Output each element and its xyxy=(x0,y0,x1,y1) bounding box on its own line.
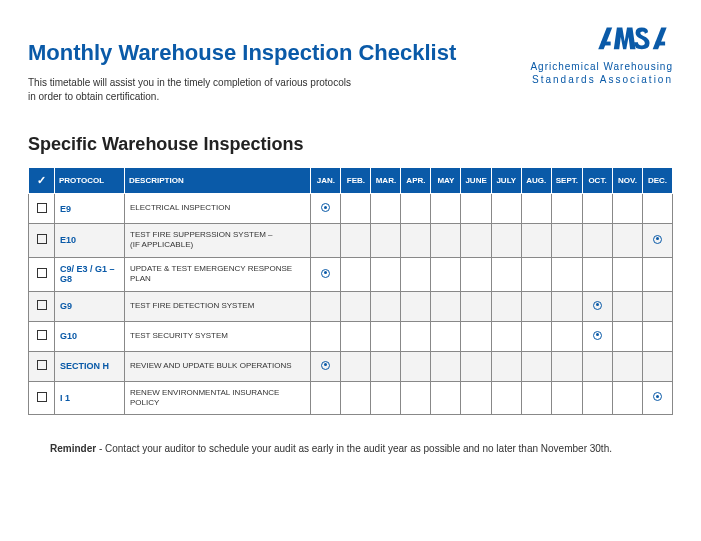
month-cell xyxy=(521,381,551,415)
month-cell xyxy=(311,291,341,321)
month-cell xyxy=(643,321,673,351)
month-cell xyxy=(613,321,643,351)
col-month-nov: NOV. xyxy=(613,168,643,194)
checkbox-icon[interactable] xyxy=(37,234,47,244)
col-month-apr: APR. xyxy=(401,168,431,194)
month-cell xyxy=(613,224,643,258)
month-cell xyxy=(491,257,521,291)
month-cell xyxy=(431,257,461,291)
month-cell xyxy=(371,257,401,291)
month-cell xyxy=(551,257,582,291)
schedule-marker-icon xyxy=(321,361,330,370)
month-cell xyxy=(401,224,431,258)
protocol-cell: E9 xyxy=(55,194,125,224)
description-cell: TEST FIRE SUPPERSSION SYSTEM – (IF APPLI… xyxy=(125,224,311,258)
col-check xyxy=(29,168,55,194)
month-cell xyxy=(491,194,521,224)
section-title: Specific Warehouse Inspections xyxy=(28,134,673,155)
col-month-feb: FEB. xyxy=(341,168,371,194)
month-cell xyxy=(371,381,401,415)
month-cell xyxy=(643,194,673,224)
month-cell xyxy=(311,257,341,291)
month-cell xyxy=(521,257,551,291)
description-cell: ELECTRICAL INSPECTION xyxy=(125,194,311,224)
awsa-logo-icon xyxy=(595,26,673,54)
checkbox-icon[interactable] xyxy=(37,268,47,278)
month-cell xyxy=(551,381,582,415)
month-cell xyxy=(583,381,613,415)
month-cell xyxy=(431,381,461,415)
month-cell xyxy=(341,291,371,321)
subtitle-line-2: in order to obtain certification. xyxy=(28,91,159,102)
logo-line-1: Agrichemical Warehousing xyxy=(530,60,673,73)
month-cell xyxy=(551,321,582,351)
month-cell xyxy=(583,224,613,258)
col-description: DESCRIPTION xyxy=(125,168,311,194)
reminder-text: - Contact your auditor to schedule your … xyxy=(96,443,612,454)
table-row: C9/ E3 / G1 –G8UPDATE & TEST EMERGENCY R… xyxy=(29,257,673,291)
month-cell xyxy=(613,257,643,291)
col-month-july: JULY xyxy=(491,168,521,194)
col-month-june: JUNE xyxy=(461,168,491,194)
logo-block: Agrichemical Warehousing Standards Assoc… xyxy=(530,26,673,86)
table-row: G9TEST FIRE DETECTION SYSTEM xyxy=(29,291,673,321)
col-month-aug: AUG. xyxy=(521,168,551,194)
checkbox-icon[interactable] xyxy=(37,392,47,402)
month-cell xyxy=(371,351,401,381)
checkbox-cell[interactable] xyxy=(29,194,55,224)
month-cell xyxy=(613,381,643,415)
checkbox-icon[interactable] xyxy=(37,330,47,340)
month-cell xyxy=(461,321,491,351)
month-cell xyxy=(551,351,582,381)
month-cell xyxy=(311,351,341,381)
checkbox-cell[interactable] xyxy=(29,257,55,291)
col-month-jan: JAN. xyxy=(311,168,341,194)
month-cell xyxy=(583,351,613,381)
month-cell xyxy=(613,351,643,381)
protocol-cell: G10 xyxy=(55,321,125,351)
checkbox-cell[interactable] xyxy=(29,224,55,258)
checkbox-cell[interactable] xyxy=(29,291,55,321)
month-cell xyxy=(643,291,673,321)
checkbox-icon[interactable] xyxy=(37,360,47,370)
checkbox-cell[interactable] xyxy=(29,381,55,415)
month-cell xyxy=(551,194,582,224)
month-cell xyxy=(461,224,491,258)
reminder-label: Reminder xyxy=(50,443,96,454)
month-cell xyxy=(311,381,341,415)
col-protocol: PROTOCOL xyxy=(55,168,125,194)
month-cell xyxy=(643,224,673,258)
table-row: I 1RENEW ENVIRONMENTAL INSURANCE POLICY xyxy=(29,381,673,415)
description-cell: UPDATE & TEST EMERGENCY RESPONSE PLAN xyxy=(125,257,311,291)
col-month-sept: SEPT. xyxy=(551,168,582,194)
checkbox-cell[interactable] xyxy=(29,351,55,381)
reminder-note: Reminder - Contact your auditor to sched… xyxy=(28,443,673,454)
month-cell xyxy=(431,291,461,321)
month-cell xyxy=(371,291,401,321)
month-cell xyxy=(491,291,521,321)
month-cell xyxy=(583,257,613,291)
month-cell xyxy=(521,321,551,351)
col-month-dec: DEC. xyxy=(643,168,673,194)
page-title: Monthly Warehouse Inspection Checklist xyxy=(28,40,530,66)
month-cell xyxy=(401,194,431,224)
schedule-marker-icon xyxy=(593,301,602,310)
protocol-cell: G9 xyxy=(55,291,125,321)
month-cell xyxy=(341,381,371,415)
month-cell xyxy=(341,224,371,258)
month-cell xyxy=(583,321,613,351)
checkbox-icon[interactable] xyxy=(37,203,47,213)
month-cell xyxy=(371,194,401,224)
checkbox-icon[interactable] xyxy=(37,300,47,310)
month-cell xyxy=(431,351,461,381)
month-cell xyxy=(643,351,673,381)
table-header: PROTOCOL DESCRIPTION JAN.FEB.MAR.APR.MAY… xyxy=(29,168,673,194)
schedule-marker-icon xyxy=(593,331,602,340)
checkbox-cell[interactable] xyxy=(29,321,55,351)
svg-rect-0 xyxy=(601,42,610,46)
month-cell xyxy=(401,321,431,351)
month-cell xyxy=(431,194,461,224)
month-cell xyxy=(371,224,401,258)
month-cell xyxy=(461,291,491,321)
month-cell xyxy=(311,194,341,224)
